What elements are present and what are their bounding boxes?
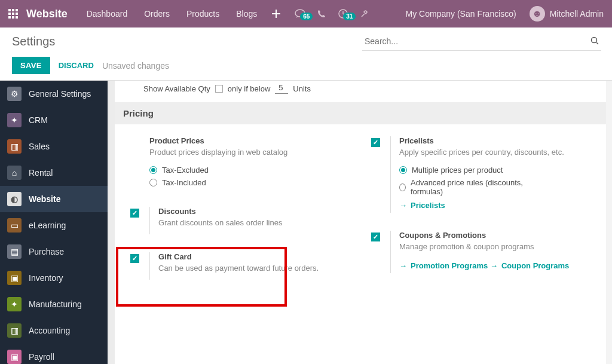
discounts-desc: Grant discounts on sales order lines bbox=[158, 218, 354, 227]
radio-tax-excluded[interactable]: Tax-Excluded bbox=[149, 164, 354, 176]
sidebar-item-label: Rental bbox=[29, 168, 53, 178]
svg-point-11 bbox=[592, 37, 597, 42]
phone-icon[interactable] bbox=[311, 10, 332, 18]
setting-gift-card: ✓ Gift Card Can be used as payment towar… bbox=[128, 252, 354, 298]
svg-rect-6 bbox=[8, 16, 11, 19]
discounts-title: Discounts bbox=[158, 207, 354, 216]
pricelists-desc: Apply specific prices per country, disco… bbox=[399, 148, 595, 157]
company-selector[interactable]: My Company (San Francisco) bbox=[396, 9, 526, 19]
svg-rect-0 bbox=[8, 9, 11, 11]
tools-icon[interactable] bbox=[354, 10, 375, 18]
settings-sidebar: ⚙General Settings ✦CRM ▥Sales ⌂Rental ◐W… bbox=[0, 81, 108, 364]
sidebar-item-rental[interactable]: ⌂Rental bbox=[0, 160, 108, 186]
nav-products[interactable]: Products bbox=[178, 0, 228, 27]
show-available-qty-row: Show Available Qty only if below 5 Units bbox=[128, 81, 595, 102]
sidebar-item-purchase[interactable]: ▤Purchase bbox=[0, 238, 108, 265]
sidebar-item-manufacturing[interactable]: ✦Manufacturing bbox=[0, 291, 108, 317]
svg-rect-8 bbox=[16, 16, 18, 19]
coupons-desc: Manage promotion & coupon programs bbox=[399, 242, 595, 251]
pricelists-title: Pricelists bbox=[399, 136, 595, 145]
sidebar-item-elearning[interactable]: ▭eLearning bbox=[0, 212, 108, 238]
setting-pricelists: ✓ Pricelists Apply specific prices per c… bbox=[369, 136, 595, 231]
new-content-icon[interactable] bbox=[265, 10, 287, 18]
book-icon: ▭ bbox=[7, 218, 22, 233]
svg-rect-5 bbox=[16, 13, 18, 15]
content-wrap: Show Available Qty only if below 5 Units… bbox=[108, 81, 612, 364]
svg-rect-2 bbox=[16, 9, 18, 11]
coupons-checkbox[interactable]: ✓ bbox=[371, 233, 380, 241]
threshold-input[interactable]: 5 bbox=[275, 83, 288, 94]
arrow-right-icon: → bbox=[490, 261, 498, 270]
sidebar-item-payroll[interactable]: ▣Payroll bbox=[0, 344, 108, 364]
nav-dashboard[interactable]: Dashboard bbox=[78, 0, 136, 27]
svg-rect-1 bbox=[12, 9, 14, 11]
top-nav: Website Dashboard Orders Products Blogs … bbox=[0, 0, 612, 27]
person-icon: ▣ bbox=[7, 350, 22, 364]
nav-blogs[interactable]: Blogs bbox=[228, 0, 265, 27]
product-prices-title: Product Prices bbox=[149, 136, 354, 145]
show-qty-label: Show Available Qty bbox=[143, 84, 210, 93]
app-brand[interactable]: Website bbox=[26, 8, 78, 20]
wrench-icon: ✦ bbox=[7, 297, 22, 311]
setting-discounts: ✓ Discounts Grant discounts on sales ord… bbox=[128, 207, 354, 252]
pricelists-link[interactable]: →Pricelists bbox=[399, 198, 445, 213]
apps-launcher-icon[interactable] bbox=[0, 9, 26, 19]
sidebar-item-accounting[interactable]: ▥Accounting bbox=[0, 317, 108, 344]
gear-icon: ⚙ bbox=[7, 87, 22, 101]
globe-icon: ◐ bbox=[7, 192, 22, 206]
svg-rect-7 bbox=[12, 16, 14, 19]
coupon-programs-link[interactable]: →Coupon Programs bbox=[490, 258, 569, 273]
sidebar-item-sales[interactable]: ▥Sales bbox=[0, 133, 108, 160]
radio-tax-included[interactable]: Tax-Included bbox=[149, 176, 354, 189]
radio-icon bbox=[399, 183, 406, 191]
radio-advanced-rules[interactable]: Advanced price rules (discounts, formula… bbox=[399, 176, 531, 198]
only-if-below-label: only if below bbox=[228, 84, 271, 93]
arrow-right-icon: → bbox=[399, 261, 407, 270]
promotion-programs-link[interactable]: →Promotion Programs bbox=[399, 258, 488, 273]
sidebar-item-label: Payroll bbox=[29, 352, 54, 362]
coupons-title: Coupons & Promotions bbox=[399, 231, 595, 240]
pricelists-checkbox[interactable]: ✓ bbox=[371, 138, 380, 147]
setting-coupons: ✓ Coupons & Promotions Manage promotion … bbox=[369, 231, 595, 291]
chart-icon: ▥ bbox=[7, 139, 22, 154]
main: ⚙General Settings ✦CRM ▥Sales ⌂Rental ◐W… bbox=[0, 80, 612, 364]
radio-multiple-prices[interactable]: Multiple prices per product bbox=[399, 164, 507, 176]
action-bar: SAVE DISCARD Unsaved changes bbox=[0, 52, 612, 80]
user-menu[interactable]: ☻ Mitchell Admin bbox=[526, 6, 612, 22]
save-button[interactable]: SAVE bbox=[12, 57, 50, 74]
left-scrollbar[interactable] bbox=[108, 81, 115, 364]
right-scrollbar[interactable] bbox=[606, 81, 612, 364]
sidebar-item-crm[interactable]: ✦CRM bbox=[0, 107, 108, 133]
setting-product-prices: Product Prices Product prices displaying… bbox=[128, 136, 354, 207]
svg-line-12 bbox=[596, 42, 598, 44]
svg-rect-4 bbox=[12, 13, 14, 15]
search-icon[interactable] bbox=[588, 36, 601, 47]
svg-rect-3 bbox=[8, 13, 11, 15]
sidebar-item-general[interactable]: ⚙General Settings bbox=[0, 81, 108, 107]
sidebar-item-label: General Settings bbox=[29, 89, 91, 99]
messages-icon[interactable]: 65 bbox=[289, 9, 311, 19]
giftcard-checkbox[interactable]: ✓ bbox=[130, 254, 139, 263]
activities-icon[interactable]: 31 bbox=[332, 9, 354, 19]
sidebar-item-website[interactable]: ◐Website bbox=[0, 186, 108, 212]
sidebar-item-label: eLearning bbox=[29, 221, 66, 230]
chart-line-icon: ▥ bbox=[7, 323, 22, 338]
sidebar-item-label: CRM bbox=[29, 115, 48, 125]
key-icon: ⌂ bbox=[7, 166, 22, 180]
arrow-right-icon: → bbox=[399, 201, 407, 210]
section-pricing: Pricing bbox=[115, 102, 606, 124]
show-qty-checkbox[interactable] bbox=[215, 85, 223, 93]
sidebar-item-inventory[interactable]: ▣Inventory bbox=[0, 265, 108, 291]
cart-icon: ▤ bbox=[7, 244, 22, 259]
search-input[interactable] bbox=[362, 32, 588, 50]
sidebar-item-label: Accounting bbox=[29, 326, 70, 335]
discounts-checkbox[interactable]: ✓ bbox=[130, 209, 139, 218]
settings-content: Show Available Qty only if below 5 Units… bbox=[115, 81, 606, 364]
search-box[interactable] bbox=[362, 32, 601, 51]
product-prices-desc: Product prices displaying in web catalog bbox=[149, 148, 354, 157]
discard-button[interactable]: DISCARD bbox=[59, 61, 94, 70]
user-name: Mitchell Admin bbox=[550, 9, 604, 19]
nav-orders[interactable]: Orders bbox=[136, 0, 178, 27]
radio-icon bbox=[149, 179, 157, 186]
sidebar-item-label: Website bbox=[29, 194, 60, 204]
